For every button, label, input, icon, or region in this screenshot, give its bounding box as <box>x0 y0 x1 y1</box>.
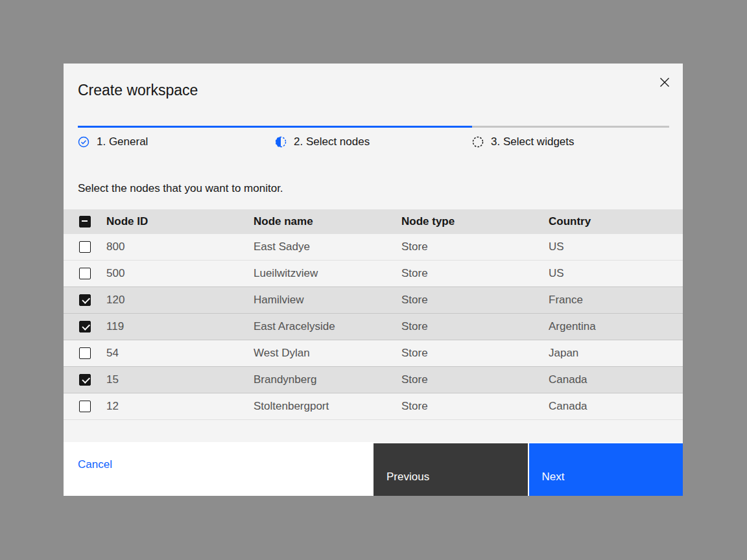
node-id-cell: 500 <box>106 267 254 280</box>
column-header-node-name: Node name <box>254 215 401 228</box>
node-id-cell: 800 <box>106 240 254 253</box>
country-cell: France <box>549 294 683 307</box>
table-row[interactable]: 54 West Dylan Store Japan <box>64 340 683 366</box>
node-name-cell: Lueilwitzview <box>254 267 401 280</box>
step-complete-icon <box>78 136 89 148</box>
step-label: 3. Select widgets <box>491 135 575 149</box>
node-id-cell: 12 <box>106 400 254 413</box>
node-id-cell: 54 <box>106 347 254 360</box>
node-type-cell: Store <box>401 373 549 386</box>
column-header-country: Country <box>549 215 683 228</box>
row-checkbox[interactable] <box>79 294 91 306</box>
country-cell: Canada <box>549 400 683 413</box>
table-row[interactable]: 120 Hamilview Store France <box>64 286 683 313</box>
table-row[interactable]: 12 Stoltenbergport Store Canada <box>64 393 683 419</box>
step-item-select-widgets[interactable]: 3. Select widgets <box>472 133 669 149</box>
node-type-cell: Store <box>401 267 549 280</box>
nodes-table: Node ID Node name Node type Country 800 … <box>64 209 683 420</box>
country-cell: US <box>549 240 683 253</box>
country-cell: Japan <box>549 347 683 360</box>
node-type-cell: Store <box>401 347 549 360</box>
row-checkbox[interactable] <box>79 321 91 332</box>
node-type-cell: Store <box>401 320 549 333</box>
node-name-cell: Stoltenbergport <box>254 400 401 413</box>
step-label: 2. Select nodes <box>294 135 370 149</box>
row-checkbox[interactable] <box>79 268 91 279</box>
footer-buttons: Previous Next <box>374 442 683 496</box>
step-incomplete-icon <box>472 136 484 148</box>
row-checkbox[interactable] <box>79 241 91 253</box>
modal-description: Select the nodes that you want to monito… <box>78 181 669 196</box>
node-name-cell: West Dylan <box>254 347 401 360</box>
table-header-row: Node ID Node name Node type Country <box>64 209 683 233</box>
node-id-cell: 119 <box>106 320 254 333</box>
table-row[interactable]: 500 Lueilwitzview Store US <box>64 260 683 286</box>
modal-header: Create workspace <box>64 64 683 99</box>
step-current-icon <box>275 136 287 148</box>
close-button[interactable] <box>654 72 675 93</box>
table-row[interactable]: 15 Brandynberg Store Canada <box>64 366 683 393</box>
next-button[interactable]: Next <box>529 443 683 496</box>
column-header-node-id: Node ID <box>106 215 254 228</box>
row-checkbox[interactable] <box>79 374 91 386</box>
row-checkbox[interactable] <box>79 347 91 359</box>
column-header-node-type: Node type <box>401 215 549 228</box>
progress-bar <box>78 126 669 128</box>
step-indicator: 1. General 2. Select nodes 3. Select wid… <box>78 133 669 149</box>
country-cell: Canada <box>549 373 683 386</box>
country-cell: US <box>549 267 683 280</box>
node-id-cell: 15 <box>106 373 254 386</box>
create-workspace-modal: Create workspace 1. General <box>64 64 683 496</box>
node-name-cell: Hamilview <box>254 294 401 307</box>
select-all-checkbox[interactable] <box>79 216 91 228</box>
progress-bar-fill <box>78 126 472 128</box>
step-label: 1. General <box>97 135 148 149</box>
node-type-cell: Store <box>401 240 549 253</box>
node-name-cell: Brandynberg <box>254 373 401 386</box>
previous-button[interactable]: Previous <box>374 443 528 496</box>
country-cell: Argentina <box>549 320 683 333</box>
step-item-general[interactable]: 1. General <box>78 133 275 149</box>
modal-footer: Cancel Previous Next <box>64 442 683 496</box>
table-row[interactable]: 800 East Sadye Store US <box>64 233 683 260</box>
node-id-cell: 120 <box>106 294 254 307</box>
node-name-cell: East Aracelyside <box>254 320 401 333</box>
row-checkbox[interactable] <box>79 401 91 412</box>
node-name-cell: East Sadye <box>254 240 401 253</box>
node-type-cell: Store <box>401 400 549 413</box>
node-type-cell: Store <box>401 294 549 307</box>
cancel-button[interactable]: Cancel <box>64 442 112 496</box>
table-row[interactable]: 119 East Aracelyside Store Argentina <box>64 313 683 340</box>
modal-title: Create workspace <box>78 81 669 99</box>
close-icon <box>659 77 670 88</box>
step-item-select-nodes[interactable]: 2. Select nodes <box>275 133 472 149</box>
